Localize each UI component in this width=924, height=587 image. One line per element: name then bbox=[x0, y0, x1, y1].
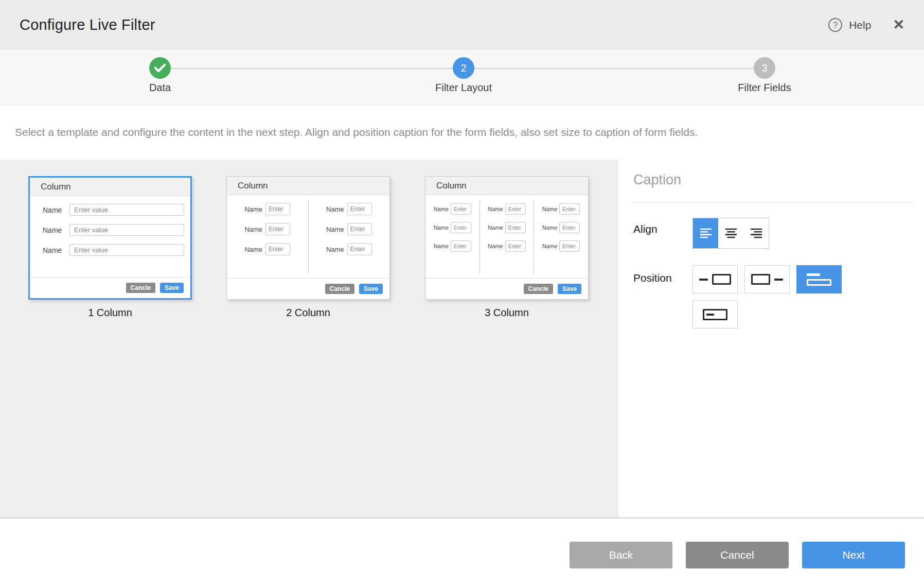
step-circle-filter-layout[interactable]: 2 bbox=[453, 57, 474, 79]
caption-right-of-field-icon bbox=[751, 274, 783, 285]
step-number: 3 bbox=[761, 62, 767, 74]
position-label: Position bbox=[633, 272, 672, 284]
next-button[interactable]: Next bbox=[802, 542, 905, 568]
field-label: Name bbox=[43, 226, 69, 234]
main-area: Column Name Name Name Cancle Save 1 Colu… bbox=[0, 160, 924, 519]
field-label: Name bbox=[542, 225, 557, 231]
step-description: Select a template and configure the cont… bbox=[15, 126, 698, 139]
field-label: Name bbox=[244, 226, 262, 233]
step-description-bar: Select a template and configure the cont… bbox=[0, 105, 924, 160]
mini-card-title: Column bbox=[30, 178, 190, 196]
position-caption-left-button[interactable] bbox=[692, 265, 738, 294]
mini-input bbox=[69, 244, 184, 256]
mini-input bbox=[559, 240, 580, 252]
mini-input bbox=[265, 243, 290, 255]
position-caption-inside-button[interactable] bbox=[692, 300, 738, 329]
position-caption-top-button[interactable] bbox=[796, 265, 842, 294]
step-label-filter-fields: Filter Fields bbox=[708, 82, 821, 94]
section-divider bbox=[633, 202, 913, 202]
align-left-button[interactable] bbox=[693, 218, 718, 248]
mini-input bbox=[451, 222, 471, 233]
field-label: Name bbox=[434, 206, 449, 212]
template-card-2-column[interactable]: Column Name Name Name Name Name bbox=[226, 176, 390, 300]
help-button[interactable]: ? Help bbox=[828, 18, 871, 32]
caption-section-title: Caption bbox=[633, 172, 681, 188]
mini-input bbox=[347, 223, 372, 235]
mini-input bbox=[347, 243, 372, 255]
page-title: Configure Live Filter bbox=[20, 16, 155, 33]
mini-save-button: Save bbox=[558, 284, 581, 294]
align-label: Align bbox=[633, 223, 658, 235]
help-label: Help bbox=[849, 19, 871, 31]
mini-input bbox=[265, 203, 290, 215]
wizard-stepper: Data 2 Filter Layout 3 Filter Fields bbox=[0, 50, 924, 105]
field-label: Name bbox=[488, 243, 503, 249]
field-label: Name bbox=[488, 206, 503, 212]
align-center-button[interactable] bbox=[718, 218, 743, 248]
template-picker-panel: Column Name Name Name Cancle Save 1 Colu… bbox=[0, 160, 617, 517]
caption-left-of-field-icon bbox=[699, 274, 731, 285]
mini-input bbox=[69, 224, 184, 236]
mini-save-button: Save bbox=[359, 284, 383, 294]
mini-input bbox=[559, 222, 580, 233]
field-label: Name bbox=[43, 206, 69, 214]
help-icon: ? bbox=[828, 18, 842, 32]
field-label: Name bbox=[244, 205, 262, 213]
caption-above-field-icon bbox=[807, 273, 831, 286]
template-card-1-column[interactable]: Column Name Name Name Cancle Save bbox=[28, 176, 192, 300]
align-center-icon bbox=[725, 228, 737, 239]
mini-input bbox=[559, 203, 580, 215]
field-label: Name bbox=[542, 206, 557, 212]
mini-input bbox=[69, 204, 184, 216]
template-card-label: 3 Column bbox=[425, 307, 589, 319]
mini-input bbox=[451, 203, 471, 215]
field-label: Name bbox=[542, 243, 557, 249]
step-number: 2 bbox=[460, 62, 466, 74]
position-button-group bbox=[692, 265, 852, 335]
align-button-group bbox=[692, 218, 769, 249]
mini-input bbox=[347, 203, 372, 215]
align-right-icon bbox=[750, 228, 762, 239]
mini-save-button: Save bbox=[160, 283, 184, 293]
mini-cancel-button: Cancle bbox=[325, 284, 354, 294]
field-label: Name bbox=[43, 246, 69, 254]
close-icon[interactable]: ✕ bbox=[893, 18, 904, 32]
step-circle-data[interactable] bbox=[149, 57, 171, 79]
field-label: Name bbox=[326, 205, 344, 213]
check-icon bbox=[154, 63, 166, 73]
back-button[interactable]: Back bbox=[570, 542, 672, 568]
dialog-header: Configure Live Filter ? Help ✕ bbox=[0, 0, 924, 50]
caption-inside-field-icon bbox=[703, 309, 727, 320]
field-label: Name bbox=[488, 225, 503, 231]
template-card-label: 2 Column bbox=[226, 307, 390, 319]
mini-cancel-button: Cancle bbox=[126, 283, 155, 293]
mini-input bbox=[265, 223, 290, 235]
mini-cancel-button: Cancle bbox=[524, 284, 553, 294]
cancel-button[interactable]: Cancel bbox=[686, 542, 789, 568]
field-label: Name bbox=[244, 246, 262, 253]
mini-input bbox=[505, 240, 526, 252]
dialog-footer: Back Cancel Next bbox=[0, 520, 924, 587]
field-label: Name bbox=[326, 246, 344, 253]
field-label: Name bbox=[434, 225, 449, 231]
caption-settings-panel: Caption Align bbox=[617, 160, 924, 517]
mini-input bbox=[451, 240, 471, 252]
mini-input bbox=[505, 203, 526, 215]
field-label: Name bbox=[434, 243, 449, 249]
align-right-button[interactable] bbox=[743, 218, 769, 248]
template-card-3-column[interactable]: Column Name Name Name Name Name bbox=[425, 176, 589, 300]
field-label: Name bbox=[326, 226, 344, 233]
position-caption-right-button[interactable] bbox=[744, 265, 790, 294]
mini-card-title: Column bbox=[425, 177, 588, 195]
template-card-label: 1 Column bbox=[28, 307, 192, 319]
step-label-data: Data bbox=[103, 82, 217, 94]
align-left-icon bbox=[700, 228, 712, 239]
mini-input bbox=[505, 222, 526, 233]
step-label-filter-layout: Filter Layout bbox=[407, 82, 520, 94]
step-circle-filter-fields[interactable]: 3 bbox=[754, 57, 775, 79]
mini-card-title: Column bbox=[227, 177, 389, 195]
